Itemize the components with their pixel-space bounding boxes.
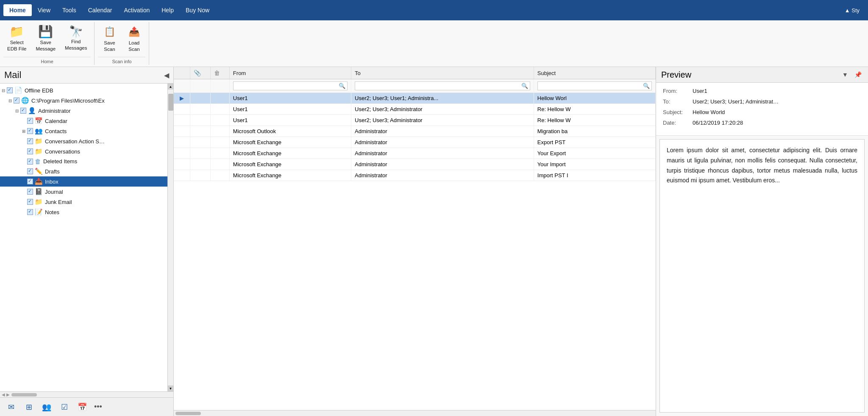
menu-view[interactable]: View: [32, 4, 56, 16]
row-attach-5: [190, 148, 211, 159]
col-subject-header[interactable]: Subject: [534, 67, 655, 79]
tree-item-administrator[interactable]: ⊟👤Administrator: [0, 106, 167, 116]
tree-checkbox-offline-edb[interactable]: [7, 87, 13, 93]
email-list-scroll[interactable]: 📎 🗑 From To Subject: [174, 67, 656, 410]
menu-help[interactable]: Help: [156, 4, 180, 16]
tasks-nav-button[interactable]: ☑: [57, 399, 72, 415]
row-arrow-6: [174, 159, 190, 170]
tree-item-journal[interactable]: 📓Journal: [0, 187, 167, 197]
menu-activation[interactable]: Activation: [118, 4, 156, 16]
tree-label-drafts: Drafts: [45, 168, 60, 175]
save-message-button[interactable]: 💾 Save Message: [32, 24, 59, 54]
row-attach-4: [190, 137, 211, 148]
email-table-body: ▶ User1 User2; User3; User1; Administra.…: [174, 93, 656, 181]
tree-checkbox-contacts[interactable]: [27, 128, 33, 134]
date-meta-value: 06/12/2019 17:20:28: [693, 120, 743, 126]
table-row[interactable]: User1 User2; User3; Administrator Re: He…: [174, 104, 656, 115]
mid-hscroll-thumb[interactable]: [175, 412, 201, 415]
table-row[interactable]: Microsoft Exchange Administrator Export …: [174, 137, 656, 148]
collapse-button[interactable]: ◀: [164, 71, 169, 79]
tree-checkbox-conversation-action[interactable]: [27, 138, 33, 144]
row-arrow-0: ▶: [174, 93, 190, 104]
tree-expander-program-files[interactable]: ⊟: [7, 98, 14, 103]
menu-buynow[interactable]: Buy Now: [180, 4, 215, 16]
tree-item-deleted-items[interactable]: 🗑Deleted Items: [0, 156, 167, 166]
calendar-nav-button[interactable]: 📅: [75, 399, 90, 415]
tree-checkbox-journal[interactable]: [27, 189, 33, 195]
select-edb-button[interactable]: 📁 Select EDB File: [3, 24, 30, 54]
load-scan-button[interactable]: 📤 Load Scan: [122, 24, 145, 54]
preview-to-row: To: User2; User3; User1; Administrat…: [663, 98, 861, 105]
people-nav-button[interactable]: 👥: [39, 399, 54, 415]
menu-calendar[interactable]: Calendar: [82, 4, 118, 16]
mid-panel-hscrollbar[interactable]: [174, 410, 656, 416]
to-label: To: [355, 70, 361, 76]
tree-item-calendar[interactable]: 📅Calendar: [0, 116, 167, 126]
vscroll-up-button[interactable]: ▲: [168, 84, 174, 89]
col-attach-header[interactable]: 📎: [190, 67, 211, 79]
left-panel-hscrollbar[interactable]: ◀ ▶: [0, 391, 173, 397]
tree-checkbox-deleted-items[interactable]: [27, 159, 33, 165]
tree-icon-inbox: 📥: [35, 178, 43, 185]
mail-nav-button[interactable]: ✉: [3, 399, 19, 415]
ribbon-group-scaninfo: 📋 Save Scan 📤 Load Scan Scan info: [95, 22, 149, 65]
grid-nav-button[interactable]: ⊞: [21, 399, 36, 415]
menu-home[interactable]: Home: [3, 4, 32, 16]
table-row[interactable]: Microsoft Exchange Administrator Your Ex…: [174, 148, 656, 159]
tree-checkbox-administrator[interactable]: [20, 108, 26, 114]
tree-item-conversation-action[interactable]: 📁Conversation Action S…: [0, 136, 167, 146]
tree-item-contacts[interactable]: ⊞👥Contacts: [0, 126, 167, 136]
vscroll-track[interactable]: [168, 89, 174, 385]
tree-item-notes[interactable]: 📝Notes: [0, 207, 167, 217]
tree-checkbox-inbox[interactable]: [27, 179, 33, 184]
table-row[interactable]: Microsoft Exchange Administrator Import …: [174, 170, 656, 181]
col-from-header[interactable]: From: [229, 67, 351, 79]
row-arrow-4: [174, 137, 190, 148]
menu-tools[interactable]: Tools: [56, 4, 82, 16]
save-scan-button[interactable]: 📋 Save Scan: [98, 24, 121, 54]
tree-vscrollbar[interactable]: ▲ ▼: [167, 84, 173, 391]
tree-expander-offline-edb[interactable]: ⊟: [0, 88, 7, 93]
table-row[interactable]: User1 User2; User3; Administrator Re: He…: [174, 115, 656, 126]
search-from-input[interactable]: [235, 83, 339, 89]
save-scan-icon: 📋: [104, 26, 115, 38]
vscroll-thumb[interactable]: [168, 94, 173, 111]
find-messages-button[interactable]: 🔭 Find Messages: [61, 24, 91, 53]
search-subject-input[interactable]: [540, 83, 643, 89]
table-row[interactable]: ▶ User1 User2; User3; User1; Administra.…: [174, 93, 656, 104]
tree-label-deleted-items: Deleted Items: [43, 158, 77, 165]
tree-expander-administrator[interactable]: ⊟: [14, 109, 20, 113]
from-meta-value: User1: [693, 88, 707, 94]
table-row[interactable]: Microsoft Exchange Administrator Your Im…: [174, 159, 656, 170]
search-to-input[interactable]: [357, 83, 521, 89]
from-meta-label: From:: [663, 88, 693, 94]
tree-item-inbox[interactable]: 📥Inbox: [0, 176, 167, 187]
preview-pin-button[interactable]: 📌: [853, 70, 863, 80]
tree-item-program-files[interactable]: ⊟🌐C:\Program Files\Microsoft\Ex: [0, 95, 167, 106]
tree-label-junk-email: Junk Email: [45, 199, 72, 205]
tree-icon-offline-edb: 📄: [14, 87, 22, 94]
tree-checkbox-conversations[interactable]: [27, 148, 33, 154]
col-arrow-header[interactable]: [174, 67, 190, 79]
table-row[interactable]: Microsoft Outlook Administrator Migratio…: [174, 126, 656, 137]
row-delete-1: [211, 104, 230, 115]
tree-checkbox-junk-email[interactable]: [27, 199, 33, 205]
tree-item-drafts[interactable]: ✏️Drafts: [0, 166, 167, 176]
row-to-6: Administrator: [351, 159, 534, 170]
tree-checkbox-calendar[interactable]: [27, 118, 33, 124]
tree-item-junk-email[interactable]: 📁Junk Email: [0, 197, 167, 207]
ribbon-group-home-buttons: 📁 Select EDB File 💾 Save Message 🔭 Find …: [3, 24, 91, 55]
col-to-header[interactable]: To: [351, 67, 534, 79]
tree-checkbox-notes[interactable]: [27, 209, 33, 215]
tree-checkbox-program-files[interactable]: [14, 98, 19, 103]
tree-checkbox-drafts[interactable]: [27, 168, 33, 174]
preview-dropdown-button[interactable]: ▼: [840, 70, 850, 80]
col-delete-header[interactable]: 🗑: [211, 67, 230, 79]
tree-label-journal: Journal: [45, 189, 63, 195]
tree-item-offline-edb[interactable]: ⊟📄Offline EDB: [0, 85, 167, 95]
row-to-7: Administrator: [351, 170, 534, 181]
more-nav-button[interactable]: •••: [94, 402, 102, 411]
tree-expander-contacts[interactable]: ⊞: [20, 129, 27, 134]
vscroll-down-button[interactable]: ▼: [168, 385, 174, 391]
tree-item-conversations[interactable]: 📁Conversations: [0, 146, 167, 156]
